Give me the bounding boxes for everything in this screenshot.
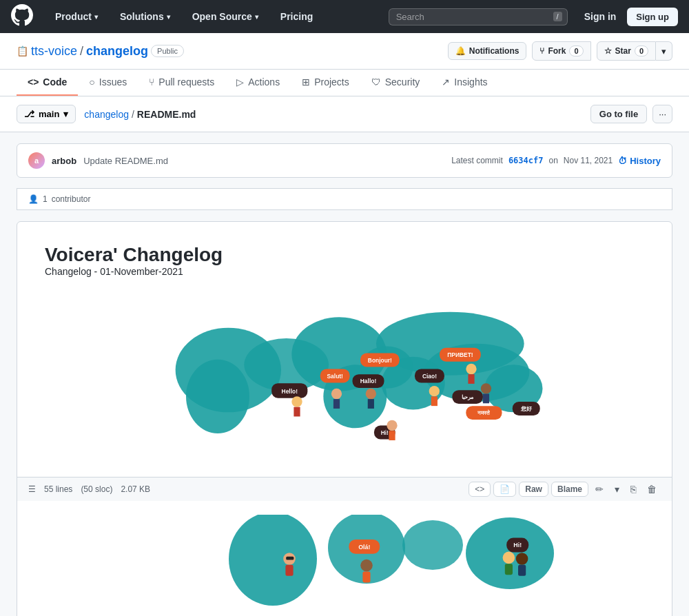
notifications-button[interactable]: 🔔 Notifications xyxy=(448,42,527,60)
contributors-icon: 👤 xyxy=(28,194,39,204)
issues-icon: ○ xyxy=(89,76,94,88)
svg-rect-31 xyxy=(294,407,300,417)
tab-actions-label: Actions xyxy=(248,76,280,88)
svg-text:Bonjour!: Bonjour! xyxy=(368,357,392,364)
svg-text:ПРИВЕТ!: ПРИВЕТ! xyxy=(447,351,473,358)
file-lines: 55 lines xyxy=(44,484,72,494)
bell-icon: 🔔 xyxy=(455,46,466,56)
commit-hash-link[interactable]: 6634cf7 xyxy=(508,156,544,165)
nav-solutions-label: Solutions xyxy=(120,11,164,22)
svg-text:Salut!: Salut! xyxy=(327,373,342,380)
fork-count: 0 xyxy=(569,45,583,57)
svg-text:مرحبا: مرحبا xyxy=(462,393,473,400)
insights-icon: ↗ xyxy=(442,76,450,88)
tab-insights[interactable]: ↗ Insights xyxy=(431,70,498,96)
svg-rect-39 xyxy=(468,374,474,384)
signup-button[interactable]: Sign up xyxy=(627,8,678,26)
search-container: / xyxy=(389,8,568,25)
nav-opensource[interactable]: Open Source ▾ xyxy=(187,8,264,25)
copy-button[interactable]: ⎘ xyxy=(626,482,640,497)
repo-visibility-badge: Public xyxy=(151,45,184,57)
svg-point-55 xyxy=(360,559,373,572)
svg-rect-35 xyxy=(368,399,374,409)
fork-label: Fork xyxy=(548,46,566,56)
signin-button[interactable]: Sign in xyxy=(579,8,622,25)
svg-point-47 xyxy=(402,520,463,570)
history-icon: ⏱ xyxy=(618,156,627,166)
file-sloc: (50 sloc) xyxy=(81,484,112,494)
navbar: Product ▾ Solutions ▾ Open Source ▾ Pric… xyxy=(0,0,689,33)
github-logo-icon[interactable] xyxy=(11,4,33,30)
star-action-group: ☆ Star 0 ▾ xyxy=(597,41,672,61)
breadcrumb-left: ⎇ main ▾ changelog / README.md xyxy=(17,105,196,123)
svg-point-30 xyxy=(291,396,302,407)
breadcrumb-right: Go to file ··· xyxy=(590,105,672,123)
readme-content-top: Voicera' Changelog Changelog - 01-Novemb… xyxy=(17,222,672,477)
svg-point-40 xyxy=(481,383,491,393)
nav-pricing-label: Pricing xyxy=(280,11,313,22)
tab-projects[interactable]: ⊞ Projects xyxy=(291,70,360,96)
commit-date: Nov 11, 2021 xyxy=(564,156,613,165)
delete-button[interactable]: 🗑 xyxy=(643,482,661,497)
edit-dropdown-button[interactable]: ▾ xyxy=(610,482,624,497)
fork-button[interactable]: ⑂ Fork 0 xyxy=(532,41,590,61)
tab-issues-label: Issues xyxy=(99,76,127,88)
tab-actions[interactable]: ▷ Actions xyxy=(225,70,291,96)
history-button[interactable]: ⏱ History xyxy=(618,156,661,166)
latest-commit-label: Latest commit xyxy=(451,156,503,165)
pull-requests-icon: ⑂ xyxy=(149,76,154,88)
repo-name-link[interactable]: changelog xyxy=(86,44,148,59)
tab-insights-label: Insights xyxy=(454,76,487,88)
tab-security[interactable]: 🛡 Security xyxy=(360,70,431,96)
repo-owner-link[interactable]: tts-voice xyxy=(31,44,77,59)
security-icon: 🛡 xyxy=(371,76,381,88)
file-meta: ☰ 55 lines (50 sloc) 2.07 KB xyxy=(28,484,150,494)
svg-text:Olá!: Olá! xyxy=(358,544,370,551)
svg-point-1 xyxy=(186,360,249,433)
svg-text:您好: 您好 xyxy=(520,405,533,412)
avatar[interactable]: a xyxy=(28,152,45,169)
file-path-parent-link[interactable]: changelog xyxy=(84,109,129,120)
readme-subtitle: Changelog - 01-November-2021 xyxy=(45,266,644,277)
commit-author[interactable]: arbob xyxy=(52,156,76,166)
svg-rect-54 xyxy=(286,557,294,560)
raw-button[interactable]: Raw xyxy=(519,482,548,497)
branch-selector-button[interactable]: ⎇ main ▾ xyxy=(17,105,76,123)
tab-code[interactable]: <> Code xyxy=(17,70,78,96)
branch-chevron-icon: ▾ xyxy=(63,109,68,119)
nav-solutions-chevron-icon: ▾ xyxy=(167,13,170,21)
nav-solutions[interactable]: Solutions ▾ xyxy=(114,8,176,25)
svg-rect-41 xyxy=(483,394,489,404)
readme-content-bottom: Olá! Hi! 300+ l xyxy=(17,515,672,616)
nav-product[interactable]: Product ▾ xyxy=(50,8,103,25)
code-view-button[interactable]: <> xyxy=(469,482,491,497)
tab-code-label: Code xyxy=(43,76,67,88)
star-count: 0 xyxy=(635,45,648,57)
readme-title: Voicera' Changelog xyxy=(45,244,644,266)
blame-button[interactable]: Blame xyxy=(551,482,588,497)
svg-rect-60 xyxy=(518,565,526,576)
svg-rect-43 xyxy=(389,431,395,440)
auth-buttons: Sign in Sign up xyxy=(579,8,678,26)
actions-icon: ▷ xyxy=(236,76,244,88)
commit-left: a arbob Update README.md xyxy=(28,152,168,169)
star-dropdown-button[interactable]: ▾ xyxy=(656,41,672,61)
file-path-current: README.md xyxy=(137,109,196,120)
repo-icon: 📋 xyxy=(17,45,28,57)
more-options-button[interactable]: ··· xyxy=(652,105,672,123)
star-button[interactable]: ☆ Star 0 xyxy=(597,41,656,61)
tab-pull-requests[interactable]: ⑂ Pull requests xyxy=(138,70,225,96)
tab-issues[interactable]: ○ Issues xyxy=(78,70,138,96)
repo-header: 📋 tts-voice / changelog Public 🔔 Notific… xyxy=(0,33,689,70)
file-view-button[interactable]: 📄 xyxy=(493,482,516,497)
search-input[interactable] xyxy=(389,8,568,25)
fork-icon: ⑂ xyxy=(539,46,544,56)
edit-button[interactable]: ✏ xyxy=(591,482,608,497)
file-path: changelog / README.md xyxy=(84,109,196,120)
goto-file-button[interactable]: Go to file xyxy=(590,105,647,123)
svg-text:Hi!: Hi! xyxy=(381,429,389,436)
star-label: Star xyxy=(615,46,631,56)
branch-icon: ⎇ xyxy=(24,109,34,119)
svg-text:नमस्ते: नमस्ते xyxy=(477,409,490,416)
nav-pricing[interactable]: Pricing xyxy=(275,8,318,25)
